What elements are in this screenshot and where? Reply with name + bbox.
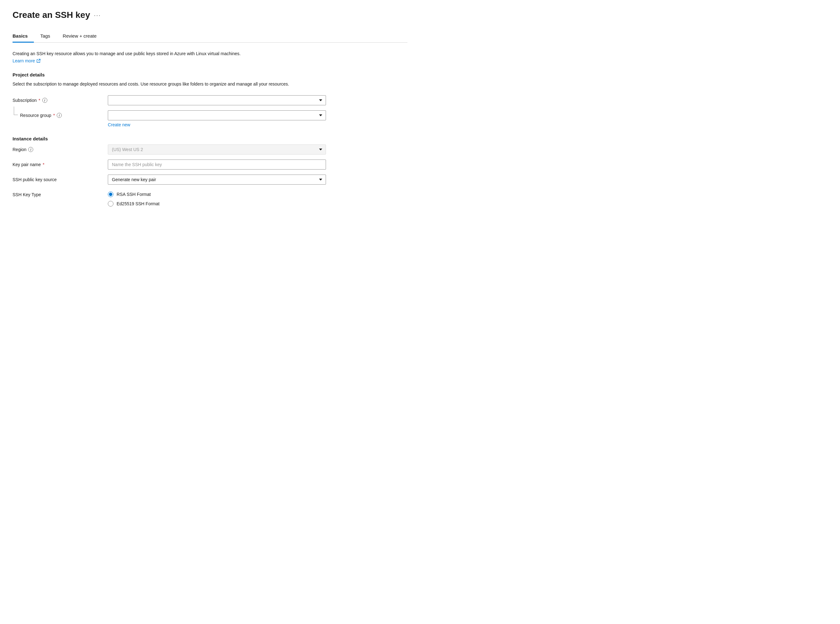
region-select[interactable]: (US) West US 2 [108,145,326,154]
ssh-public-key-source-wrapper: Generate new key pair Use existing key s… [108,175,326,185]
more-options-icon[interactable]: ··· [94,12,101,19]
resource-group-select-wrapper [108,110,326,120]
tab-bar: Basics Tags Review + create [12,30,408,43]
key-pair-name-label: Key pair name * [12,159,100,167]
project-details-header: Project details [12,72,408,77]
radio-rsa[interactable] [108,192,113,197]
resource-group-info-icon[interactable]: i [57,113,62,118]
tab-tags[interactable]: Tags [34,30,56,43]
page-title: Create an SSH key [12,10,90,20]
subscription-required: * [39,98,40,103]
ssh-public-key-source-label: SSH public key source [12,175,100,182]
region-info-icon[interactable]: i [28,147,33,152]
radio-item-rsa[interactable]: RSA SSH Format [108,192,326,197]
svg-line-0 [38,59,40,61]
radio-ed25519[interactable] [108,201,113,207]
key-pair-name-input[interactable] [108,159,326,170]
key-pair-name-required: * [43,162,44,167]
description-text: Creating an SSH key resource allows you … [12,50,295,57]
tab-review-create[interactable]: Review + create [56,30,103,43]
resource-group-col: Create new [108,110,326,127]
region-select-wrapper: (US) West US 2 [108,145,326,154]
subscription-select[interactable] [108,95,326,105]
subscription-label: Subscription * i [12,95,100,103]
subscription-info-icon[interactable]: i [42,98,47,103]
resource-group-select[interactable] [108,110,326,120]
external-link-icon [36,59,41,63]
radio-item-ed25519[interactable]: Ed25519 SSH Format [108,201,326,207]
instance-form-grid: Region i (US) West US 2 Key pair name * … [12,145,326,207]
radio-ed25519-label: Ed25519 SSH Format [117,201,159,206]
region-label: Region i [12,145,100,152]
ssh-key-type-radio-group: RSA SSH Format Ed25519 SSH Format [108,190,326,207]
instance-details-section: Instance details Region i (US) West US 2… [12,136,408,207]
project-details-section: Project details Select the subscription … [12,72,408,127]
tab-basics[interactable]: Basics [12,30,34,43]
create-new-link[interactable]: Create new [108,122,326,127]
page-title-row: Create an SSH key ··· [12,10,408,20]
project-form-grid: Subscription * i Resource group * i Crea… [12,95,326,127]
resource-group-label: Resource group * i [12,110,100,118]
instance-details-header: Instance details [12,136,408,141]
subscription-select-wrapper [108,95,326,105]
project-details-desc: Select the subscription to manage deploy… [12,80,295,87]
ssh-key-type-label: SSH Key Type [12,190,100,197]
resource-group-required: * [53,113,55,118]
learn-more-link[interactable]: Learn more [12,58,41,63]
ssh-public-key-source-select[interactable]: Generate new key pair Use existing key s… [108,175,326,185]
radio-rsa-label: RSA SSH Format [117,192,151,197]
